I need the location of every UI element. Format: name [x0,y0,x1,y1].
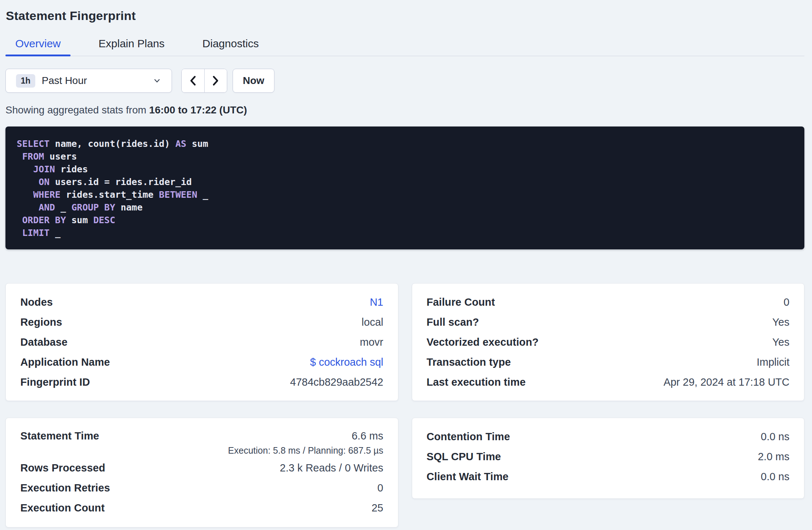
card-row: Application Name$ cockroach sql [20,352,383,372]
row-value-group: 2.0 ms [758,451,789,463]
row-value-group: Implicit [757,356,789,368]
sql-line: SELECT name, count(rides.id) AS sum [17,137,793,150]
time-interval-arrows [181,69,227,93]
row-value-link[interactable]: $ cockroach sql [310,356,383,368]
card-row: Regionslocal [20,312,383,332]
row-value: 0.0 ns [761,471,789,483]
sql-text [17,177,39,187]
sql-keyword: JOIN [33,164,55,174]
wait-timing-card: Contention Time0.0 nsSQL CPU Time2.0 msC… [412,418,805,499]
sql-keyword: DESC [93,215,115,225]
sql-line: ON users.id = rides.rider_id [17,176,793,188]
card-row: Contention Time0.0 ns [427,427,790,447]
time-range-label: Past Hour [42,75,153,87]
row-value: local [362,316,383,328]
now-button[interactable]: Now [233,69,274,93]
card-row: Execution Count25 [20,498,383,518]
row-label: Execution Count [20,502,105,514]
sql-line: FROM users [17,150,793,163]
tab-explain-plans-label: Explain Plans [99,37,165,49]
row-value-group: 4784cb829aab2542 [290,376,383,388]
sql-keyword: FROM [22,151,44,162]
sql-text: name [115,202,142,213]
sql-statement-box: SELECT name, count(rides.id) AS sum FROM… [5,127,804,249]
card-row: Rows Processed2.3 k Reads / 0 Writes [20,458,383,478]
row-label: Fingerprint ID [20,376,90,388]
aggregated-stats-text: Showing aggregated stats from 16:00 to 1… [5,104,804,116]
sql-text: users.id = rides.rider_id [49,177,192,187]
chevron-down-icon [153,76,161,85]
row-value-link[interactable]: N1 [370,296,383,308]
sql-text: _ [55,202,71,213]
row-value: 2.3 k Reads / 0 Writes [280,462,383,474]
sql-text [17,151,22,162]
sql-keyword: ORDER BY [22,215,66,225]
aggregated-stats-prefix: Showing aggregated stats from [5,104,149,116]
card-row: SQL CPU Time2.0 ms [427,447,790,467]
sql-keyword: ON [39,177,49,187]
card-row: Failure Count0 [427,292,790,312]
row-value-group: 25 [371,502,383,514]
sql-keyword: GROUP BY [72,202,115,213]
sql-keyword: SELECT [17,138,49,149]
row-value: 6.6 ms [228,430,383,442]
card-row: Transaction typeImplicit [427,352,790,372]
sql-keyword: LIMIT [22,228,49,238]
timing-cards-row: Statement Time6.6 msExecution: 5.8 ms / … [5,418,804,527]
row-label: Statement Time [20,430,99,442]
card-row: Full scan?Yes [427,312,790,332]
card-row: Fingerprint ID4784cb829aab2542 [20,372,383,392]
tab-diagnostics[interactable]: Diagnostics [193,32,269,56]
page-title: Statement Fingerprint [6,9,804,23]
row-value-group: 0.0 ns [761,431,789,443]
row-label: Application Name [20,356,110,368]
card-row: Execution Retries0 [20,478,383,498]
card-row: Vectorized execution?Yes [427,332,790,352]
row-value-group: 6.6 msExecution: 5.8 ms / Planning: 687.… [228,430,383,456]
card-row: NodesN1 [20,292,383,312]
row-value-group: 0 [377,482,383,494]
sql-text [17,202,39,213]
row-value-group: 0 [784,296,789,308]
tab-overview-label: Overview [15,37,61,49]
row-value: 0 [784,296,789,308]
row-value: 25 [371,502,383,514]
overview-cards-row: NodesN1RegionslocalDatabasemovrApplicati… [5,283,804,401]
sql-text [17,215,22,225]
card-row: Last execution timeApr 29, 2024 at 17:18… [427,372,790,392]
row-value-group: local [362,316,383,328]
time-range-dropdown[interactable]: 1h Past Hour [5,69,172,93]
row-value-group: 0.0 ns [761,471,789,483]
chevron-left-icon [188,75,198,87]
row-label: Rows Processed [20,462,105,474]
page-content: Statement Fingerprint Overview Explain P… [5,9,804,527]
row-value: Yes [772,336,789,348]
time-range-badge: 1h [16,74,35,88]
row-label: Execution Retries [20,482,110,494]
sql-text [17,164,33,174]
next-time-interval-button[interactable] [205,69,227,92]
row-value: 0.0 ns [761,431,789,443]
aggregated-stats-range: 16:00 to 17:22 (UTC) [149,104,247,116]
card-row: Client Wait Time0.0 ns [427,467,790,487]
tab-explain-plans[interactable]: Explain Plans [89,32,174,56]
row-label: Last execution time [427,376,526,388]
card-row: Statement Time6.6 msExecution: 5.8 ms / … [20,427,383,458]
row-value-group: $ cockroach sql [310,356,383,368]
row-value-group: Apr 29, 2024 at 17:18 UTC [663,376,789,388]
sql-text: _ [197,189,208,200]
tab-bar: Overview Explain Plans Diagnostics [5,32,804,56]
row-value: 0 [377,482,383,494]
sql-keyword: BETWEEN [159,189,197,200]
active-tab-underline [5,55,71,56]
row-label: Nodes [20,296,53,308]
row-label: Vectorized execution? [427,336,539,348]
statement-details-card: NodesN1RegionslocalDatabasemovrApplicati… [5,283,398,401]
previous-time-interval-button[interactable] [182,69,205,92]
row-label: Client Wait Time [427,471,509,483]
row-value-group: movr [360,336,383,348]
sql-text: rides.start_time [60,189,159,200]
tab-overview[interactable]: Overview [5,32,71,56]
row-value-group: N1 [370,296,383,308]
row-value: 4784cb829aab2542 [290,376,383,388]
